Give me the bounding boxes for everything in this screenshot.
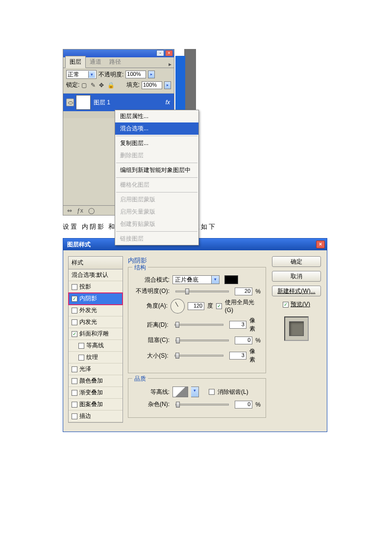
menu-item: 栅格化图层: [115, 179, 198, 191]
opacity-slider[interactable]: [175, 290, 229, 292]
noise-input[interactable]: 0: [235, 401, 252, 409]
style-item[interactable]: 斜面和浮雕: [69, 328, 122, 340]
style-checkbox[interactable]: [72, 366, 77, 372]
style-label: 斜面和浮雕: [79, 330, 109, 338]
tab-layers[interactable]: 图层: [65, 56, 86, 68]
style-item[interactable]: 内阴影: [69, 293, 122, 305]
instruction-text: 设置 内阴影 和 斜面与浮雕 效果，参数如下: [63, 222, 392, 231]
noise-slider[interactable]: [175, 404, 229, 406]
menu-item[interactable]: 复制图层...: [115, 137, 198, 149]
distance-slider[interactable]: [174, 324, 223, 326]
fill-flyout-icon[interactable]: ▸: [164, 81, 171, 89]
layer-context-menu: 图层属性...混合选项...复制图层...删除图层编组到新建智能对象图层中栅格化…: [115, 110, 199, 245]
dialog-close-button[interactable]: ×: [316, 241, 325, 248]
choke-input[interactable]: 0: [235, 337, 252, 344]
style-item[interactable]: 等高线: [69, 340, 122, 352]
style-item[interactable]: 颜色叠加: [69, 375, 122, 387]
style-item[interactable]: 外发光: [69, 305, 122, 316]
shadow-color-swatch[interactable]: [224, 275, 238, 284]
style-label: 等高线: [86, 341, 104, 350]
blend-mode-value: 正片叠底: [175, 276, 198, 284]
style-checkbox[interactable]: [72, 319, 77, 325]
style-label: 投影: [79, 283, 91, 291]
fill-input[interactable]: 100%: [142, 81, 162, 89]
mask-icon[interactable]: ◯: [88, 207, 95, 214]
opacity-input[interactable]: 100%: [125, 71, 146, 78]
quality-group: 品质 等高线: ▾ 消除锯齿(L) 杂色(N): 0 %: [128, 378, 266, 418]
style-checkbox[interactable]: [72, 390, 77, 396]
ok-button[interactable]: 确定: [272, 256, 321, 267]
menu-item[interactable]: 图层属性...: [115, 110, 198, 122]
antialias-checkbox[interactable]: [209, 389, 215, 395]
style-item[interactable]: 渐变叠加: [69, 387, 122, 399]
style-label: 混合选项:默认: [72, 271, 108, 279]
style-checkbox[interactable]: [78, 343, 84, 349]
noise-label: 杂色(N):: [133, 400, 170, 409]
preview-label: 预览(V): [291, 300, 310, 309]
angle-input[interactable]: 120: [188, 302, 205, 310]
blend-mode-select[interactable]: 正常 ▾: [66, 70, 97, 79]
chevron-down-icon[interactable]: ▾: [191, 386, 199, 397]
buttons-column: 确定 取消 新建样式(W)... 预览(V): [271, 256, 322, 423]
contour-label: 等高线:: [133, 388, 170, 396]
size-slider[interactable]: [174, 355, 223, 357]
style-label: 内阴影: [79, 294, 97, 303]
layers-panel-area: ‑ × 图层 通道 路径 ▸ 正常 ▾ 不透明度: 100% ▸: [63, 49, 200, 216]
lock-icons[interactable]: ▢ ✎ ✥ 🔒: [81, 82, 116, 89]
minimize-button[interactable]: ‑: [156, 50, 164, 56]
distance-input[interactable]: 3: [229, 321, 246, 329]
menu-item[interactable]: 混合选项...: [115, 122, 198, 135]
style-checkbox[interactable]: [72, 284, 77, 290]
antialias-label: 消除锯齿(L): [218, 388, 248, 396]
style-checkbox[interactable]: [72, 331, 77, 337]
style-label: 外发光: [79, 306, 97, 314]
style-item[interactable]: 图案叠加: [69, 399, 122, 410]
visibility-icon[interactable]: [66, 98, 74, 106]
style-item[interactable]: 光泽: [69, 363, 122, 375]
opacity-input[interactable]: 20: [235, 288, 252, 295]
style-checkbox[interactable]: [72, 402, 77, 408]
preview-checkbox[interactable]: [283, 302, 289, 308]
structure-legend: 结构: [132, 264, 148, 272]
choke-slider[interactable]: [175, 339, 229, 341]
menu-item[interactable]: 编组到新建智能对象图层中: [115, 164, 198, 176]
tab-paths[interactable]: 路径: [105, 56, 125, 68]
fx-add-icon[interactable]: ƒx: [77, 207, 83, 214]
opacity-flyout-icon[interactable]: ▸: [148, 71, 155, 78]
style-checkbox[interactable]: [72, 296, 77, 302]
link-icon[interactable]: ⇔: [67, 207, 72, 214]
style-checkbox[interactable]: [72, 378, 77, 384]
style-label: 纹理: [86, 353, 98, 362]
style-item[interactable]: 内发光: [69, 316, 122, 328]
layer-thumbnail[interactable]: [76, 95, 91, 110]
section-title: 内阴影: [128, 256, 266, 265]
palette-menu-icon[interactable]: ▸: [166, 61, 174, 68]
cancel-button[interactable]: 取消: [272, 271, 321, 282]
lock-label: 锁定:: [66, 81, 79, 89]
global-light-checkbox[interactable]: [216, 303, 221, 309]
new-style-button[interactable]: 新建样式(W)...: [272, 286, 321, 296]
palette-tabs: 图层 通道 路径 ▸: [63, 57, 174, 68]
opacity-label: 不透明度:: [98, 71, 123, 79]
style-item[interactable]: 描边: [69, 410, 122, 422]
style-checkbox[interactable]: [72, 308, 77, 314]
unit-percent: %: [255, 401, 261, 408]
style-item[interactable]: 纹理: [69, 352, 122, 363]
tab-channels[interactable]: 通道: [86, 56, 105, 68]
style-item[interactable]: 投影: [69, 281, 122, 293]
style-label: 内发光: [79, 318, 97, 326]
blend-mode-dropdown[interactable]: 正片叠底 ▾: [172, 275, 220, 284]
style-checkbox[interactable]: [78, 355, 84, 361]
menu-separator: [116, 231, 197, 232]
contour-picker[interactable]: [172, 386, 188, 397]
layer-row[interactable]: 图层 1 fx: [63, 94, 174, 111]
style-label: 描边: [79, 412, 91, 420]
angle-dial[interactable]: [171, 299, 185, 314]
style-checkbox[interactable]: [72, 413, 77, 419]
size-input[interactable]: 3: [229, 352, 246, 360]
size-label: 大小(S):: [133, 352, 169, 360]
fx-icon[interactable]: fx: [166, 99, 170, 106]
close-button[interactable]: ×: [165, 50, 173, 56]
style-item[interactable]: 混合选项:默认: [69, 269, 122, 281]
blend-mode-value: 正常: [68, 71, 79, 79]
